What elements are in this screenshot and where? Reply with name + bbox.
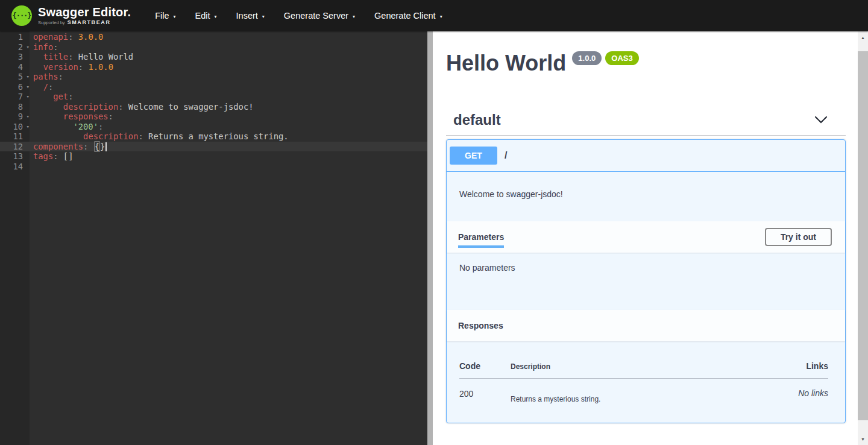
fold-arrow-icon[interactable]: ▾ xyxy=(27,122,30,132)
response-row-200: 200 Returns a mysterious string. No link… xyxy=(459,379,828,404)
code-text: paths: xyxy=(30,72,63,82)
col-header-links: Links xyxy=(756,361,828,379)
tab-parameters[interactable]: Parameters xyxy=(458,232,504,242)
code-line[interactable]: 13tags: [] xyxy=(0,151,427,162)
oas3-badge: OAS3 xyxy=(605,51,638,65)
code-line[interactable]: 12components: {} xyxy=(0,142,427,152)
vertical-scrollbar[interactable]: ▲ ▼ xyxy=(858,31,868,445)
caret-down-icon: ▾ xyxy=(353,14,355,19)
editor-code-lines: 1openapi: 3.0.02▾info:3 title: Hello Wor… xyxy=(0,31,427,171)
fold-arrow-icon[interactable]: ▾ xyxy=(27,112,30,122)
menu-generate-server[interactable]: Generate Server ▾ xyxy=(274,6,365,25)
responses-header: Responses xyxy=(447,310,845,341)
menubar: File ▾ Edit ▾ Insert ▾ Generate Server ▾… xyxy=(145,6,451,25)
operation-summary[interactable]: GET / xyxy=(447,140,845,172)
brand-block: Swagger Editor. Supported by SMARTBEAR xyxy=(38,6,131,25)
chevron-down-icon[interactable] xyxy=(814,116,828,124)
responses-table-header-row: Code Description Links xyxy=(459,361,828,379)
version-badge: 1.0.0 xyxy=(572,51,602,65)
swagger-editor-logo[interactable]: {···} Swagger Editor. Supported by SMART… xyxy=(11,5,131,26)
code-line[interactable]: 6▾ /: xyxy=(0,82,427,92)
fold-arrow-icon[interactable]: ▾ xyxy=(27,82,30,92)
line-number: 9▾ xyxy=(0,112,30,122)
code-text: openapi: 3.0.0 xyxy=(30,32,103,42)
code-line[interactable]: 7▾ get: xyxy=(0,92,427,102)
response-links: No links xyxy=(756,379,828,404)
scroll-up-icon[interactable]: ▲ xyxy=(858,33,868,42)
code-text: description: Welcome to swagger-jsdoc! xyxy=(30,102,254,112)
text-cursor xyxy=(105,142,107,151)
yaml-editor[interactable]: 1openapi: 3.0.02▾info:3 title: Hello Wor… xyxy=(0,31,427,445)
caret-down-icon: ▾ xyxy=(440,14,442,19)
caret-down-icon: ▾ xyxy=(262,14,265,19)
menu-insert[interactable]: Insert ▾ xyxy=(227,6,274,25)
line-number: 1 xyxy=(0,32,30,42)
responses-body: Code Description Links 200 Returns a mys… xyxy=(447,341,845,423)
code-line[interactable]: 9▾ responses: xyxy=(0,112,427,122)
code-text: info: xyxy=(30,42,58,52)
col-header-code: Code xyxy=(459,361,511,379)
menu-file-label: File xyxy=(155,11,169,21)
caret-down-icon: ▾ xyxy=(174,14,176,19)
code-text xyxy=(30,162,33,172)
col-header-description: Description xyxy=(511,361,756,379)
brand-tagline: Supported by SMARTBEAR xyxy=(38,19,131,25)
tag-section-default[interactable]: default xyxy=(446,112,846,136)
fold-arrow-icon[interactable]: ▾ xyxy=(27,72,30,82)
parameters-body: No parameters xyxy=(447,253,845,310)
menu-generate-client-label: Generate Client xyxy=(374,11,436,21)
api-title: Hello World xyxy=(446,51,566,75)
no-parameters-text: No parameters xyxy=(459,263,515,273)
tagline-smartbear: SMARTBEAR xyxy=(68,19,111,25)
response-code: 200 xyxy=(459,379,511,404)
code-text: /: xyxy=(30,82,53,92)
menu-edit-label: Edit xyxy=(195,11,210,21)
code-text: '200': xyxy=(30,122,103,132)
line-number: 10▾ xyxy=(0,122,30,132)
responses-title: Responses xyxy=(458,321,503,330)
code-line[interactable]: 1openapi: 3.0.0 xyxy=(0,32,427,42)
menu-generate-client[interactable]: Generate Client ▾ xyxy=(365,6,452,25)
code-line[interactable]: 2▾info: xyxy=(0,42,427,52)
code-text: title: Hello World xyxy=(30,52,133,62)
line-number: 8 xyxy=(0,102,30,112)
swagger-logo-icon: {···} xyxy=(11,5,32,26)
code-line[interactable]: 11 description: Returns a mysterious str… xyxy=(0,131,427,142)
fold-arrow-icon[interactable]: ▾ xyxy=(27,42,30,52)
code-line[interactable]: 10▾ '200': xyxy=(0,122,427,132)
responses-table: Code Description Links 200 Returns a mys… xyxy=(459,361,828,403)
menu-edit[interactable]: Edit ▾ xyxy=(186,6,227,25)
code-line[interactable]: 4 version: 1.0.0 xyxy=(0,62,427,72)
tag-name: default xyxy=(453,112,501,128)
response-description: Returns a mysterious string. xyxy=(511,379,756,404)
pane-splitter-handle[interactable] xyxy=(427,31,433,445)
menu-file[interactable]: File ▾ xyxy=(145,6,185,25)
brand-title: Swagger Editor. xyxy=(38,6,131,18)
code-line[interactable]: 3 title: Hello World xyxy=(0,52,427,62)
code-text: tags: [] xyxy=(30,151,73,162)
line-number: 11 xyxy=(0,131,30,142)
scroll-down-icon[interactable]: ▼ xyxy=(858,434,868,444)
code-text: components: {} xyxy=(30,142,107,152)
line-number: 2▾ xyxy=(0,42,30,52)
line-number: 5▾ xyxy=(0,72,30,82)
http-method-badge: GET xyxy=(450,147,497,165)
swagger-ui-preview: Hello World 1.0.0 OAS3 default GET / xyxy=(433,31,858,445)
code-line[interactable]: 14 xyxy=(0,162,427,172)
try-it-out-button[interactable]: Try it out xyxy=(765,228,832,246)
line-number: 7▾ xyxy=(0,92,30,102)
menu-insert-label: Insert xyxy=(236,11,258,21)
code-text: responses: xyxy=(30,112,113,122)
scrollbar-thumb[interactable] xyxy=(858,51,868,420)
opblock-get-root: GET / Welcome to swagger-jsdoc! Paramete… xyxy=(446,139,846,423)
api-badges: 1.0.0 OAS3 xyxy=(572,51,638,65)
operation-path: / xyxy=(505,150,507,161)
parameters-header: Parameters Try it out xyxy=(447,221,845,253)
code-text: description: Returns a mysterious string… xyxy=(30,131,289,142)
line-number: 13 xyxy=(0,151,30,162)
line-number: 4 xyxy=(0,62,30,72)
code-text: version: 1.0.0 xyxy=(30,62,113,72)
code-line[interactable]: 8 description: Welcome to swagger-jsdoc! xyxy=(0,102,427,112)
code-line[interactable]: 5▾paths: xyxy=(0,72,427,82)
fold-arrow-icon[interactable]: ▾ xyxy=(27,92,30,102)
